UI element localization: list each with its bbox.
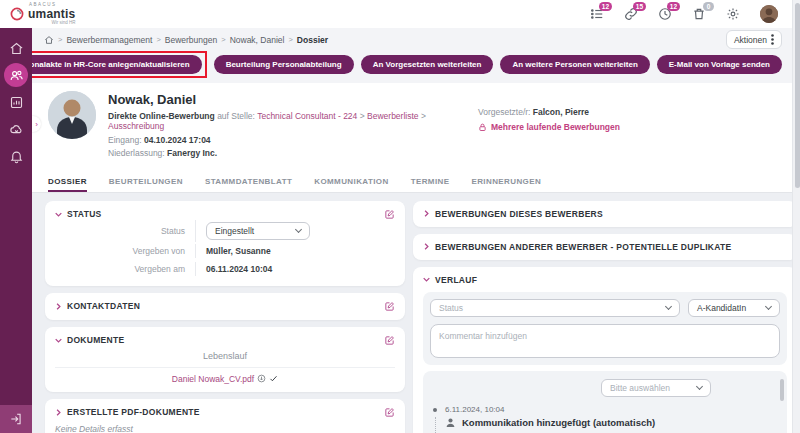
candidate-photo: [48, 91, 96, 139]
status-select[interactable]: Eingestellt: [206, 222, 310, 240]
chevron-down-icon[interactable]: [55, 337, 62, 344]
chevron-right-icon[interactable]: [423, 243, 430, 250]
beurteilung-personalabteilung-button[interactable]: Beurteilung Personalabteilung: [214, 55, 354, 74]
settings-gear-icon[interactable]: [726, 7, 740, 21]
history-icon[interactable]: 12: [658, 7, 672, 21]
timeline-entry: 6.11.2024, 10:04 Kommunikation hinzugefü…: [433, 405, 777, 433]
card-title: VERLAUF: [435, 275, 477, 285]
vergeben-am-value: 06.11.2024 10:04: [206, 264, 272, 274]
chevron-right-icon[interactable]: [55, 409, 62, 416]
breadcrumb-item[interactable]: Nowak, Daniel: [230, 35, 285, 45]
chevron-right-icon[interactable]: [55, 303, 62, 310]
bewerberliste-link[interactable]: Bewerberliste: [367, 111, 419, 121]
card-title: KONTAKTDATEN: [67, 301, 140, 311]
person-icon: [445, 417, 456, 428]
pdf-dokumente-card: ERSTELLTE PDF-DOKUMENTE Keine Details er…: [45, 399, 405, 433]
duplikate-card: BEWERBUNGEN ANDERER BEWERBER - POTENTIEL…: [413, 234, 792, 260]
status-card: STATUS Status Eingestellt Vergeben von M…: [45, 201, 405, 286]
action-button-row: Digitale Personalakte in HR-Core anlegen…: [44, 51, 782, 78]
vergeben-am-label: Vergeben am: [55, 260, 195, 278]
position-link[interactable]: Technical Consultant - 224: [257, 111, 357, 121]
tab-dossier[interactable]: DOSSIER: [48, 177, 87, 192]
breadcrumb-item[interactable]: Bewerbungen: [165, 35, 217, 45]
history-badge: 12: [667, 2, 680, 11]
breadcrumb-item[interactable]: Bewerbermanagement: [66, 35, 152, 45]
cv-file-link[interactable]: Daniel Nowak_CV.pdf: [172, 374, 254, 384]
card-title: BEWERBUNGEN DIESES BEWERBERS: [435, 209, 603, 219]
hr-core-personalakte-button[interactable]: Digitale Personalakte in HR-Core anlegen…: [32, 55, 202, 74]
mehrere-bewerbungen-link[interactable]: Mehrere laufende Bewerbungen: [478, 122, 778, 132]
tab-stammdatenblatt[interactable]: STAMMDATENBLATT: [205, 177, 292, 192]
user-avatar[interactable]: [760, 5, 778, 23]
timeline-title: Kommunikation hinzugefügt (automatisch): [462, 417, 655, 428]
verlauf-input-panel: Status A-KandidatIn: [423, 292, 787, 365]
logo-swirl-icon: [10, 7, 24, 21]
page-scrollbar-thumb[interactable]: [795, 3, 800, 188]
people-icon: [9, 68, 24, 83]
kommentar-textarea[interactable]: [430, 324, 780, 358]
verlauf-timeline-panel: Bitte auswählen 6.11.2024, 10:04 Kommuni…: [423, 371, 787, 433]
sidebar-item-notifications[interactable]: [4, 144, 28, 168]
top-bar: ABACUS umantis Wir sind HR 12 15 12 0: [0, 0, 792, 28]
ausschreibung-link[interactable]: Ausschreibung: [108, 121, 164, 131]
card-title: STATUS: [67, 209, 102, 219]
tab-erinnerungen[interactable]: ERINNERUNGEN: [471, 177, 541, 192]
logo-tagline: Wir sind HR: [51, 21, 75, 26]
sidebar-item-cloud[interactable]: [4, 117, 28, 141]
empty-note: Keine Details erfasst: [55, 424, 395, 433]
chevron-down-icon: [696, 383, 703, 390]
task-list-icon[interactable]: 12: [590, 7, 604, 21]
bewerbungen-bewerbers-card: BEWERBUNGEN DIESES BEWERBERS: [413, 201, 792, 227]
tab-kommunikation[interactable]: KOMMUNIKATION: [314, 177, 388, 192]
chevron-down-icon[interactable]: [423, 276, 430, 283]
candidate-name: Nowak, Daniel: [108, 92, 466, 107]
card-title: DOKUMENTE: [67, 335, 124, 345]
application-line: Direkte Online-Bewerbung auf Stelle: Tec…: [108, 111, 466, 131]
edit-icon[interactable]: [384, 301, 395, 312]
aktionen-button[interactable]: Aktionen: [726, 30, 782, 49]
chevron-down-icon[interactable]: [55, 211, 62, 218]
logout-icon: [9, 412, 23, 426]
page-scrollbar[interactable]: [792, 0, 800, 433]
download-icon[interactable]: [257, 374, 266, 383]
edit-icon[interactable]: [384, 407, 395, 418]
kandidat-select[interactable]: A-KandidatIn: [688, 299, 780, 317]
chevron-down-icon: [665, 303, 672, 310]
cloud-icon: [9, 122, 24, 137]
timeline-scrollbar-thumb[interactable]: [780, 379, 784, 401]
sidebar-item-reports[interactable]: [4, 90, 28, 114]
dossier-tabs: DOSSIER BEURTEILUNGEN STAMMDATENBLATT KO…: [32, 171, 792, 193]
niederlassung-line: Niederlassung: Fanergy Inc.: [108, 148, 466, 158]
chart-icon: [9, 95, 24, 110]
check-icon: [269, 374, 278, 383]
breadcrumb: > Bewerbermanagement > Bewerbungen > Now…: [44, 35, 328, 45]
timeline-line: [435, 417, 436, 433]
edit-icon[interactable]: [384, 335, 395, 346]
sidebar-item-home[interactable]: [4, 36, 28, 60]
timeline-date: 6.11.2024, 10:04: [445, 405, 777, 414]
email-von-vorlage-senden-button[interactable]: E-Mail von Vorlage senden: [657, 55, 782, 74]
verlauf-status-select[interactable]: Status: [430, 299, 680, 317]
link-icon[interactable]: 15: [624, 7, 638, 21]
card-title: BEWERBUNGEN ANDERER BEWERBER - POTENTIEL…: [435, 242, 732, 252]
annotation-highlight-box: Digitale Personalakte in HR-Core anlegen…: [32, 51, 207, 78]
tab-termine[interactable]: TERMINE: [411, 177, 450, 192]
status-label: Status: [55, 222, 195, 240]
sidebar-nav: [0, 28, 32, 433]
vergeben-von-label: Vergeben von: [55, 242, 195, 260]
vorgesetzter-line: Vorgesetzte/r: Falcon, Pierre: [478, 107, 778, 117]
tab-beurteilungen[interactable]: BEURTEILUNGEN: [109, 177, 183, 192]
lock-icon: [478, 123, 487, 132]
chevron-right-icon[interactable]: [423, 210, 430, 217]
logout-button[interactable]: [0, 405, 32, 433]
sidebar-item-candidates[interactable]: [4, 63, 28, 87]
task-badge: 12: [599, 2, 612, 11]
trash-icon[interactable]: 0: [692, 7, 706, 21]
kontaktdaten-card: KONTAKTDATEN: [45, 293, 405, 320]
verlauf-filter-select[interactable]: Bitte auswählen: [601, 379, 711, 397]
edit-icon[interactable]: [384, 209, 395, 220]
home-icon[interactable]: [44, 35, 54, 45]
an-weitere-personen-weiterleiten-button[interactable]: An weitere Personen weiterleiten: [500, 55, 649, 74]
an-vorgesetzten-weiterleiten-button[interactable]: An Vorgesetzten weiterleiten: [361, 55, 494, 74]
chevron-down-icon: [765, 303, 772, 310]
